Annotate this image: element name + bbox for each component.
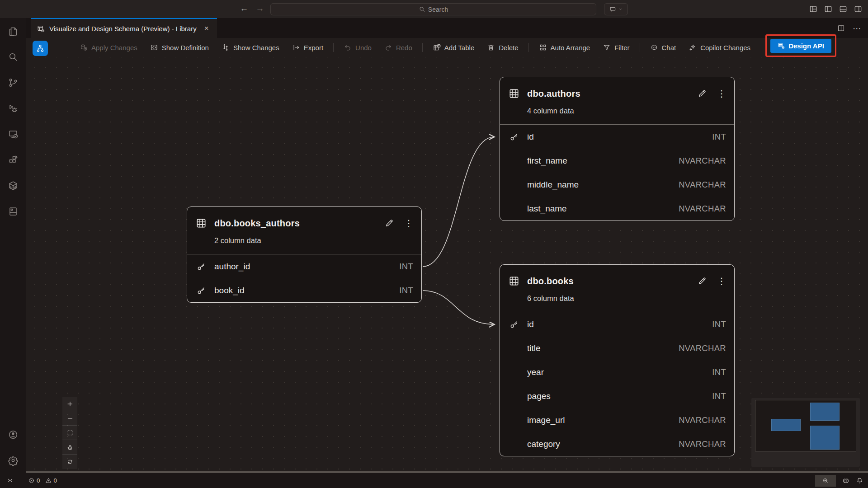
table-row[interactable]: middle_name NVARCHAR [500,173,734,197]
fit-view-button[interactable] [62,426,77,440]
column-type: NVARCHAR [679,204,726,214]
table-row[interactable]: book_id INT [187,278,421,302]
lock-button[interactable] [62,440,77,455]
toolbar-button-show-changes[interactable]: Show Changes [215,38,286,57]
toggle-sidebar-right-icon[interactable] [854,5,863,14]
table-row[interactable]: title NVARCHAR [500,336,734,360]
table-row[interactable]: last_name NVARCHAR [500,197,734,221]
toolbar-button-delete[interactable]: Delete [481,38,524,57]
activity-bar-settings-gear-icon[interactable] [0,447,26,473]
table-subtitle: 2 column data [214,236,413,245]
table-row[interactable]: author_id INT [187,254,421,278]
activity-bar-search-icon[interactable] [0,44,26,70]
column-type: INT [712,132,726,142]
toolbar-button-redo[interactable]: Redo [378,38,419,57]
activity-bar-database-project-icon[interactable] [0,198,26,224]
edit-table-icon[interactable] [697,89,707,99]
design-api-button[interactable]: Design API [770,39,831,53]
toolbar-button-label: Auto Arrange [551,44,590,52]
toolbar-button-auto-arrange[interactable]: Auto Arrange [533,38,597,57]
toggle-sidebar-left-icon[interactable] [824,5,833,14]
toolbar-button-apply-changes[interactable]: Apply Changes [73,38,144,57]
activity-bar-account-icon[interactable] [0,422,26,447]
error-icon [28,477,35,484]
column-type: INT [399,286,413,296]
toolbar-button-label: Export [304,44,323,52]
table-menu-icon[interactable]: ⋮ [404,219,413,228]
column-name: image_url [527,415,565,425]
toolbar-separator [333,43,334,52]
zoom-in-icon [822,477,829,484]
remote-explorer-icon [8,129,19,140]
activity-bar-files-icon[interactable] [0,18,26,44]
remote-indicator-icon[interactable] [6,477,14,484]
zoom-status-button[interactable] [815,475,836,487]
tab-schema-designer[interactable]: Visualize and Design Schema (Preview) - … [31,18,217,38]
minimap-node [810,403,840,421]
schema-canvas[interactable]: dbo.books_authors ⋮ 2 column data author… [26,57,868,473]
table-row[interactable]: id INT [500,312,734,336]
table-row[interactable]: image_url NVARCHAR [500,408,734,432]
fit-view-icon [66,429,74,436]
customize-layout-icon[interactable] [809,5,818,14]
toolbar-separator [528,43,529,52]
table-node-dbo.books[interactable]: dbo.books ⋮ 6 column data id INT title N… [500,264,735,456]
problems-indicator[interactable]: 0 0 [28,477,57,484]
edit-table-icon[interactable] [384,218,394,228]
column-type: INT [712,319,726,329]
toolbar-button-copilot-changes[interactable]: Copilot Changes [682,38,757,57]
table-row[interactable]: year INT [500,360,734,384]
toolbar-button-add-table[interactable]: Add Table [426,38,481,57]
reset-layout-icon [66,458,74,465]
column-name: id [527,132,534,142]
tab-close-icon[interactable]: × [204,24,209,33]
extensions-icon [8,155,19,165]
toolbar-button-undo[interactable]: Undo [337,38,378,57]
activity-bar-extensions-icon[interactable] [0,147,26,173]
activity-bar-remote-explorer-icon[interactable] [0,121,26,147]
toolbar-button-export[interactable]: Export [286,38,330,57]
plus-icon [66,400,74,408]
more-actions-icon[interactable]: ⋯ [853,23,862,33]
table-gear-icon [778,42,785,50]
nav-forward-icon[interactable]: → [255,4,265,14]
relationship-edge[interactable] [423,291,494,324]
table-row[interactable]: category NVARCHAR [500,432,734,456]
command-center-search[interactable]: Search [270,3,596,15]
zoom-out-button[interactable] [62,411,77,426]
toolbar-button-chat[interactable]: Chat [644,38,683,57]
reset-layout-button[interactable] [62,455,77,469]
activity-bar-container-icon[interactable] [0,173,26,198]
toolbar-button-label: Filter [614,44,629,52]
table-node-dbo.authors[interactable]: dbo.authors ⋮ 4 column data id INT first… [500,77,735,221]
schema-view-button[interactable] [33,41,48,56]
copilot-icon [650,43,658,52]
notifications-bell-icon[interactable] [856,477,863,484]
toggle-panel-icon[interactable] [839,5,848,14]
nav-back-icon[interactable]: ← [239,4,250,14]
minimap-viewport [755,400,856,451]
schema-designer-icon [37,24,45,33]
table-menu-icon[interactable]: ⋮ [717,277,726,286]
toolbar-button-label: Delete [499,44,518,52]
table-node-dbo.books_authors[interactable]: dbo.books_authors ⋮ 2 column data author… [187,206,422,303]
table-row[interactable]: id INT [500,125,734,149]
copilot-menu-button[interactable] [604,3,628,15]
toolbar-separator [640,43,640,52]
table-row[interactable]: first_name NVARCHAR [500,149,734,173]
minimap[interactable] [751,398,860,467]
tab-strip: Visualize and Design Schema (Preview) - … [26,18,868,38]
split-editor-icon[interactable] [837,24,845,33]
relationship-edge[interactable] [423,137,494,267]
edit-table-icon[interactable] [697,276,707,286]
activity-bar-run-debug-icon[interactable] [0,95,26,121]
table-row[interactable]: pages INT [500,384,734,408]
primary-key-icon [196,286,206,296]
column-type: NVARCHAR [679,415,726,425]
activity-bar-source-control-icon[interactable] [0,70,26,95]
table-menu-icon[interactable]: ⋮ [717,89,726,98]
toolbar-button-filter[interactable]: Filter [596,38,636,57]
zoom-in-button[interactable] [62,397,77,411]
toolbar-button-show-definition[interactable]: Show Definition [144,38,215,57]
copilot-status-icon[interactable] [842,477,850,485]
